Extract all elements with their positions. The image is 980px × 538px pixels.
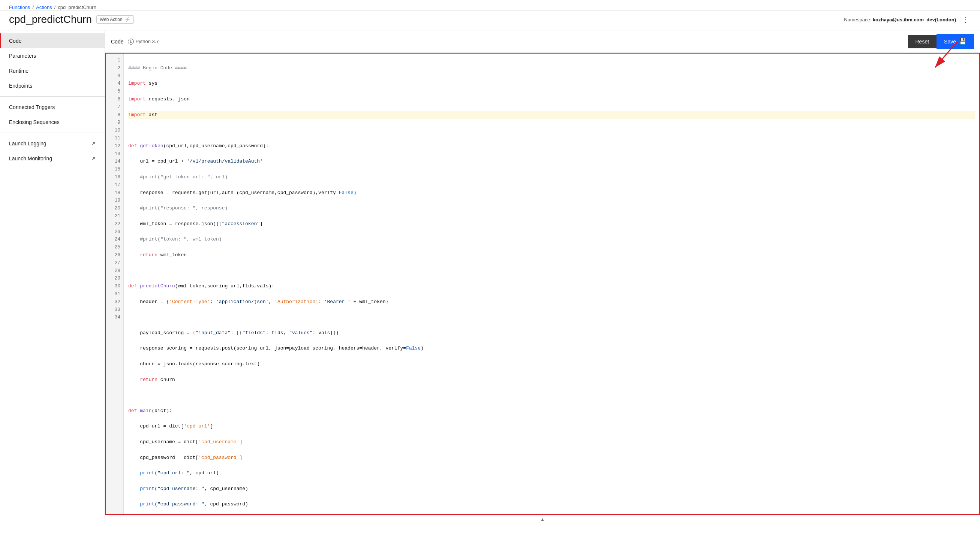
sidebar-item-launch-monitoring-label: Launch Monitoring (9, 156, 52, 162)
code-line-27: print("cpd url: ", cpd_url) (128, 470, 975, 477)
save-button[interactable]: Save 💾 (937, 34, 974, 49)
code-line-26: cpd_password = dict['cpd_password'] (128, 454, 975, 462)
sidebar-item-parameters-label: Parameters (9, 53, 36, 59)
code-editor: 12345 678910 1112131415 1617181920 21222… (106, 54, 979, 515)
code-line-4: import ast (128, 111, 975, 119)
code-line-13: return wml_token (128, 251, 975, 259)
save-icon: 💾 (959, 38, 967, 45)
code-line-18: payload_scoring = {"input_data": [{"fiel… (128, 329, 975, 337)
sidebar: Code Parameters Runtime Endpoints Connec… (0, 30, 105, 524)
line-numbers: 12345 678910 1112131415 1617181920 21222… (106, 54, 124, 515)
sidebar-divider-2 (0, 133, 105, 133)
namespace-text: Namespace: kozhaya@us.ibm.com_dev(London… (844, 17, 956, 22)
code-line-16: header = {'Content-Type': 'application/j… (128, 298, 975, 306)
main-layout: Code Parameters Runtime Endpoints Connec… (0, 30, 980, 524)
overflow-menu-button[interactable]: ⋮ (961, 13, 971, 25)
sidebar-item-code[interactable]: Code (0, 33, 105, 48)
sidebar-item-launch-logging-label: Launch Logging (9, 141, 46, 146)
code-line-17 (128, 314, 975, 321)
code-line-25: cpd_username = dict['cpd_username'] (128, 438, 975, 446)
info-icon[interactable]: ℹ (128, 38, 134, 44)
runtime-label: Python 3.7 (135, 38, 159, 44)
sidebar-item-runtime-label: Runtime (9, 68, 29, 74)
code-line-21: return churn (128, 376, 975, 384)
code-line-9: response = requests.get(url,auth=(cpd_us… (128, 189, 975, 197)
save-label: Save (944, 38, 956, 44)
namespace-prefix: Namespace: (844, 17, 873, 22)
breadcrumb-bar: Functions / Actions / cpd_predictChurn (0, 0, 980, 11)
code-area: Code ℹ Python 3.7 Reset Save 💾 12345 678… (105, 30, 980, 524)
web-action-label: Web Action (100, 17, 122, 22)
sidebar-item-runtime[interactable]: Runtime (0, 63, 105, 78)
sidebar-item-endpoints-label: Endpoints (9, 83, 32, 89)
code-line-29: print("cpd_password: ", cpd_password) (128, 500, 975, 508)
sidebar-item-parameters[interactable]: Parameters (0, 48, 105, 63)
page-title: cpd_predictChurn (9, 13, 92, 25)
code-label: Code (111, 38, 123, 44)
sidebar-item-enclosing-sequences-label: Enclosing Sequences (9, 119, 60, 125)
code-line-19: response_scoring = requests.post(scoring… (128, 345, 975, 352)
sidebar-item-launch-monitoring[interactable]: Launch Monitoring ↗ (0, 151, 105, 166)
code-line-1: #### Begin Code #### (128, 64, 975, 72)
code-line-2: import sys (128, 80, 975, 88)
runtime-badge: ℹ Python 3.7 (128, 38, 159, 44)
code-content[interactable]: #### Begin Code #### import sys import r… (124, 54, 979, 515)
code-toolbar-right: Reset Save 💾 (908, 34, 974, 49)
sidebar-divider-1 (0, 96, 105, 97)
code-line-7: url = cpd_url + '/v1/preauth/validateAut… (128, 158, 975, 166)
page-header-left: cpd_predictChurn Web Action ⚡ (9, 13, 134, 25)
code-toolbar-left: Code ℹ Python 3.7 (111, 38, 159, 44)
code-line-10: #print("response: ", response) (128, 205, 975, 213)
web-action-badge: Web Action ⚡ (96, 15, 134, 24)
breadcrumb-actions[interactable]: Actions (36, 5, 52, 10)
code-line-3: import requests, json (128, 95, 975, 103)
web-action-icon: ⚡ (124, 16, 130, 22)
scroll-indicator: ▲ (105, 515, 980, 524)
code-line-14 (128, 267, 975, 275)
code-line-24: cpd_url = dict['cpd_url'] (128, 423, 975, 430)
breadcrumb-functions[interactable]: Functions (9, 5, 30, 10)
code-editor-container[interactable]: 12345 678910 1112131415 1617181920 21222… (105, 53, 980, 515)
page-header-right: Namespace: kozhaya@us.ibm.com_dev(London… (844, 13, 971, 25)
code-line-5 (128, 127, 975, 135)
code-line-22 (128, 392, 975, 399)
external-link-icon-logging: ↗ (91, 141, 95, 146)
page-header: cpd_predictChurn Web Action ⚡ Namespace:… (0, 11, 980, 30)
breadcrumb-current: cpd_predictChurn (58, 5, 96, 10)
breadcrumb: Functions / Actions / cpd_predictChurn (9, 5, 96, 10)
code-line-12: #print("token: ", wml_token) (128, 236, 975, 243)
sidebar-item-launch-logging[interactable]: Launch Logging ↗ (0, 136, 105, 151)
breadcrumb-sep2: / (54, 5, 56, 10)
breadcrumb-sep1: / (32, 5, 34, 10)
external-link-icon-monitoring: ↗ (91, 156, 95, 162)
scroll-down-icon: ▲ (540, 517, 545, 522)
sidebar-item-code-label: Code (9, 38, 21, 44)
sidebar-item-connected-triggers[interactable]: Connected Triggers (0, 100, 105, 115)
code-line-11: wml_token = response.json()["accessToken… (128, 220, 975, 228)
code-line-15: def predictChurn(wml_token,scoring_url,f… (128, 282, 975, 290)
reset-button[interactable]: Reset (908, 35, 937, 48)
code-line-28: print("cpd username: ", cpd_username) (128, 485, 975, 493)
sidebar-item-endpoints[interactable]: Endpoints (0, 78, 105, 93)
sidebar-item-connected-triggers-label: Connected Triggers (9, 104, 55, 110)
code-line-8: #print("get token url: ", url) (128, 173, 975, 181)
code-line-6: def getToken(cpd_url,cpd_username,cpd_pa… (128, 142, 975, 150)
code-line-20: churn = json.loads(response_scoring.text… (128, 360, 975, 368)
sidebar-item-enclosing-sequences[interactable]: Enclosing Sequences (0, 115, 105, 130)
code-toolbar: Code ℹ Python 3.7 Reset Save 💾 (105, 30, 980, 53)
code-line-23: def main(dict): (128, 407, 975, 415)
namespace-value: kozhaya@us.ibm.com_dev(London) (873, 17, 956, 22)
